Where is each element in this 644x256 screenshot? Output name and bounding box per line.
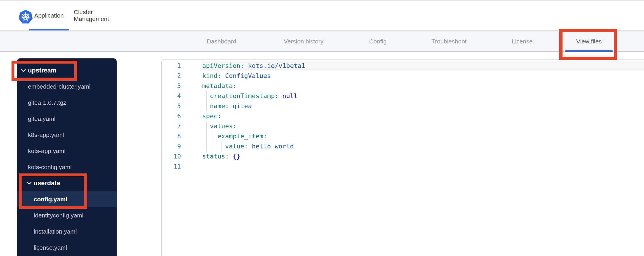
tree-file-label: k8s-app.yaml bbox=[28, 131, 64, 138]
code-line: 7 values: bbox=[162, 121, 644, 131]
code-line: 11 bbox=[162, 161, 644, 171]
token-kw: {} bbox=[229, 153, 240, 160]
tree-file-label: kots-app.yaml bbox=[28, 148, 66, 154]
code-text: values: bbox=[202, 123, 236, 130]
code-text: kind: ConfigValues bbox=[202, 72, 271, 79]
code-line: 9 value: hello world bbox=[162, 141, 644, 151]
tree-file-installation-yaml[interactable]: installation.yaml bbox=[17, 223, 117, 240]
page: ApplicationCluster Management DashboardV… bbox=[0, 0, 644, 256]
code-line: 10status: {} bbox=[162, 151, 644, 161]
tree-file-label: gitea-1.0.7.tgz bbox=[28, 99, 66, 106]
line-number: 7 bbox=[162, 123, 181, 130]
tree-file-kots-config-yaml[interactable]: kots-config.yaml bbox=[17, 159, 117, 175]
token-key: spec: bbox=[202, 112, 221, 120]
tab-license[interactable]: License bbox=[499, 31, 545, 52]
tree-file-label: installation.yaml bbox=[34, 228, 77, 235]
token-str: ConfigValues bbox=[221, 72, 271, 79]
line-number: 6 bbox=[162, 113, 181, 120]
line-number: 5 bbox=[162, 103, 181, 110]
token-key: status: bbox=[202, 153, 229, 160]
line-number: 8 bbox=[162, 133, 181, 140]
code-line: 2kind: ConfigValues bbox=[162, 71, 644, 81]
tree-file-label: license.yaml bbox=[34, 244, 67, 251]
line-number: 11 bbox=[162, 163, 181, 170]
code-text: value: hello world bbox=[202, 143, 294, 150]
subnav-tab-label: Troubleshoot bbox=[431, 38, 467, 45]
tree-file-label: gitea.yaml bbox=[28, 115, 56, 122]
code-text: metadata: bbox=[202, 82, 236, 89]
tree-file-config-yaml[interactable]: config.yaml bbox=[17, 191, 117, 207]
header-tab-application[interactable]: Application bbox=[29, 1, 69, 30]
code-text: spec: bbox=[202, 112, 221, 120]
header-tab-label: Cluster Management bbox=[74, 9, 126, 22]
token-key: kind: bbox=[202, 72, 221, 79]
line-number: 9 bbox=[162, 143, 181, 150]
line-number: 1 bbox=[162, 62, 181, 69]
tree-file-embedded-cluster-yaml[interactable]: embedded-cluster.yaml bbox=[17, 79, 117, 95]
code-line: 4 creationTimestamp: null bbox=[162, 91, 644, 101]
header-tabs: ApplicationCluster Management bbox=[0, 1, 644, 30]
code-line: 1apiVersion: kots.io/v1beta1 bbox=[162, 61, 644, 71]
tree-file-label: kots-config.yaml bbox=[28, 164, 72, 171]
code-text: status: {} bbox=[202, 153, 240, 160]
tab-dashboard[interactable]: Dashboard bbox=[193, 31, 250, 52]
code-editor[interactable]: 1apiVersion: kots.io/v1beta12kind: Confi… bbox=[161, 59, 644, 256]
code-text: apiVersion: kots.io/v1beta1 bbox=[202, 62, 305, 69]
line-number: 2 bbox=[162, 72, 181, 79]
file-tree-sidebar: upstreamembedded-cluster.yamlgitea-1.0.7… bbox=[17, 58, 117, 256]
header-tab-cluster-management[interactable]: Cluster Management bbox=[74, 1, 126, 30]
code-text: creationTimestamp: null bbox=[202, 92, 298, 100]
tree-folder-userdata[interactable]: userdata bbox=[17, 175, 117, 191]
tree-file-gitea-1-0-7-tgz[interactable]: gitea-1.0.7.tgz bbox=[17, 95, 117, 111]
line-number: 3 bbox=[162, 83, 181, 89]
token-key: values: bbox=[202, 123, 236, 130]
chevron-down-icon bbox=[20, 69, 26, 72]
tab-config[interactable]: Config bbox=[355, 31, 401, 52]
code-text: example_item: bbox=[202, 133, 267, 140]
line-number: 10 bbox=[162, 153, 181, 160]
token-str: hello world bbox=[248, 143, 294, 150]
code-text: name: gitea bbox=[202, 102, 252, 110]
token-key: value: bbox=[202, 143, 248, 150]
tree-folder-upstream[interactable]: upstream bbox=[17, 62, 117, 79]
tree-file-license-yaml[interactable]: license.yaml bbox=[17, 240, 117, 256]
token-kw: null bbox=[279, 92, 298, 100]
app-subnav: DashboardVersion historyConfigTroublesho… bbox=[0, 31, 644, 52]
code-line: 5 name: gitea bbox=[162, 101, 644, 111]
tree-file-label: identityconfig.yaml bbox=[34, 212, 84, 219]
tree-folder-label: upstream bbox=[28, 67, 56, 74]
token-key: example_item: bbox=[202, 133, 267, 140]
tab-view-files[interactable]: View files bbox=[565, 31, 613, 52]
tab-troubleshoot[interactable]: Troubleshoot bbox=[420, 31, 478, 52]
code-line: 6spec: bbox=[162, 111, 644, 121]
code-line: 3metadata: bbox=[162, 81, 644, 91]
tree-file-k8s-app-yaml[interactable]: k8s-app.yaml bbox=[17, 127, 117, 143]
subnav-tab-label: Dashboard bbox=[207, 38, 236, 45]
tree-folder-label: userdata bbox=[34, 179, 60, 187]
chevron-down-icon bbox=[26, 182, 32, 185]
tree-file-label: embedded-cluster.yaml bbox=[28, 83, 90, 90]
tree-file-label: config.yaml bbox=[34, 196, 67, 203]
token-key: metadata: bbox=[202, 82, 236, 89]
line-number: 4 bbox=[162, 93, 181, 100]
subnav-tab-label: Config bbox=[369, 38, 387, 45]
tab-version-history[interactable]: Version history bbox=[272, 31, 335, 52]
token-key: name: bbox=[202, 102, 229, 110]
subnav-tab-label: View files bbox=[576, 38, 602, 45]
code-line: 8 example_item: bbox=[162, 131, 644, 141]
token-key: apiVersion: bbox=[202, 62, 244, 69]
tree-file-identityconfig-yaml[interactable]: identityconfig.yaml bbox=[17, 207, 117, 223]
app-header: ApplicationCluster Management bbox=[0, 1, 644, 30]
token-key: creationTimestamp: bbox=[202, 92, 279, 100]
subnav-tab-label: License bbox=[512, 38, 533, 45]
token-str: kots.io/v1beta1 bbox=[244, 62, 305, 69]
tree-file-gitea-yaml[interactable]: gitea.yaml bbox=[17, 111, 117, 127]
header-tab-label: Application bbox=[34, 12, 64, 19]
subnav-tab-label: Version history bbox=[284, 38, 323, 45]
token-str: gitea bbox=[229, 102, 252, 110]
tree-file-kots-app-yaml[interactable]: kots-app.yaml bbox=[17, 143, 117, 159]
